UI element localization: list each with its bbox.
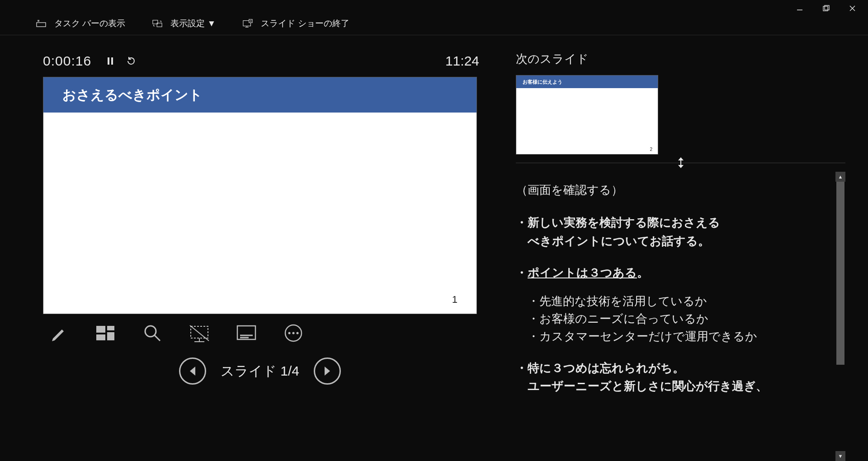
zoom-button[interactable]: [142, 322, 163, 344]
scroll-track[interactable]: [835, 182, 845, 451]
display-settings-button[interactable]: 表示設定 ▼: [152, 18, 216, 29]
notes-bullet-3: ・特に３つめは忘れられがち。 ユーザーニーズと新しさに関心が行き過ぎ、: [516, 359, 827, 395]
notes-splitter[interactable]: [516, 163, 845, 172]
end-slideshow-button[interactable]: スライド ショーの終了: [243, 18, 349, 29]
pen-tool-button[interactable]: [47, 322, 69, 344]
display-settings-label: 表示設定 ▼: [170, 18, 216, 29]
slide-counter: スライド 1/4: [221, 362, 299, 381]
resize-vertical-icon: [677, 157, 685, 171]
speaker-notes-wrap: （画面を確認する） ・新しい実務を検討する際におさえる べきポイントについてお話…: [516, 172, 845, 461]
svg-point-22: [145, 326, 156, 337]
current-slide-title: おさえるべきポイント: [43, 77, 476, 113]
next-slide-title: お客様に伝えよう: [516, 75, 658, 88]
presenter-toolbar: タスク バーの表示 表示設定 ▼ スライド ショーの終了: [0, 12, 868, 35]
svg-rect-5: [37, 23, 46, 27]
prev-slide-button[interactable]: [179, 358, 206, 385]
svg-rect-16: [108, 57, 109, 65]
svg-point-31: [288, 332, 291, 334]
slide-nav: スライド 1/4: [43, 358, 477, 385]
black-screen-button[interactable]: [189, 322, 210, 344]
current-slide-preview[interactable]: おさえるべきポイント 1: [43, 77, 477, 314]
svg-point-32: [292, 332, 295, 334]
notes-bullet-1: ・新しい実務を検討する際におさえる べきポイントについてお話する。: [516, 213, 827, 250]
timer-row: 0:00:16 11:24: [43, 50, 488, 72]
show-taskbar-label: タスク バーの表示: [54, 18, 125, 29]
show-taskbar-button[interactable]: タスク バーの表示: [36, 18, 125, 29]
speaker-notes[interactable]: （画面を確認する） ・新しい実務を検討する際におさえる べきポイントについてお話…: [516, 181, 827, 461]
end-show-icon: [243, 19, 253, 28]
scroll-down-button[interactable]: ▼: [835, 451, 845, 461]
elapsed-time: 0:00:16: [43, 53, 91, 69]
pause-timer-button[interactable]: [105, 56, 116, 66]
svg-rect-20: [96, 334, 105, 340]
timer-controls: [105, 56, 137, 66]
scroll-thumb[interactable]: [836, 182, 844, 365]
notes-bullet-2: ・ポイントは３つある。: [516, 263, 827, 282]
current-slide-page: 1: [452, 294, 458, 306]
notes-heading: （画面を確認する）: [516, 181, 827, 199]
notes-sublist: ・先進的な技術を活用しているか ・お客様のニーズに合っているか ・カスタマーセン…: [516, 292, 827, 345]
svg-point-33: [297, 332, 299, 334]
right-pane: 次のスライド お客様に伝えよう 2 （画面を確認する） ・新しい実務を検討する際…: [497, 50, 868, 461]
svg-rect-19: [107, 326, 114, 330]
scroll-up-button[interactable]: ▲: [835, 172, 845, 182]
taskbar-icon: [36, 19, 46, 28]
swap-displays-icon: [152, 19, 162, 28]
notes-scrollbar[interactable]: ▲ ▼: [835, 172, 845, 461]
reset-timer-button[interactable]: [126, 56, 137, 66]
current-time: 11:24: [445, 53, 479, 69]
next-slide-button[interactable]: [314, 358, 341, 385]
svg-rect-17: [111, 57, 113, 65]
left-pane: 0:00:16 11:24 おさえるべきポイント 1: [0, 50, 497, 461]
svg-rect-21: [107, 332, 114, 340]
main-area: 0:00:16 11:24 おさえるべきポイント 1: [0, 50, 868, 461]
subtitle-button[interactable]: [236, 322, 257, 344]
more-options-button[interactable]: [283, 322, 304, 344]
next-slide-page: 2: [650, 147, 652, 152]
end-slideshow-label: スライド ショーの終了: [261, 18, 349, 29]
presenter-tools: [43, 322, 488, 344]
next-slide-label: 次のスライド: [516, 51, 845, 67]
svg-rect-18: [96, 326, 105, 333]
see-all-slides-button[interactable]: [94, 322, 116, 344]
next-slide-thumbnail[interactable]: お客様に伝えよう 2: [516, 75, 658, 155]
svg-line-23: [155, 335, 160, 341]
